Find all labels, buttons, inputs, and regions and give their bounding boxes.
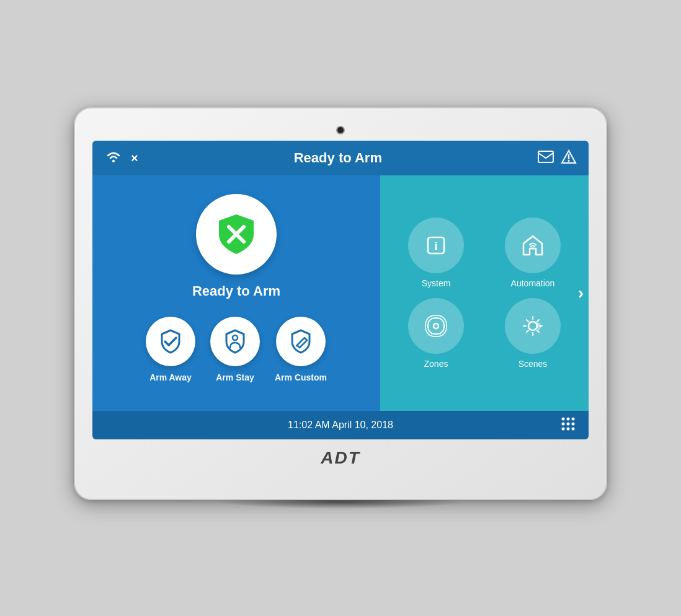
svg-point-20 xyxy=(562,417,565,420)
scenes-circle xyxy=(505,298,561,354)
svg-point-21 xyxy=(567,417,570,420)
zones-button[interactable]: Zones xyxy=(393,298,479,369)
automation-button[interactable]: Automation xyxy=(489,218,576,288)
arm-stay-icon xyxy=(221,328,249,355)
system-icon: i xyxy=(423,232,449,258)
quick-buttons-grid: i System xyxy=(386,218,582,369)
svg-point-11 xyxy=(528,322,537,330)
device-frame: × Ready to Arm xyxy=(74,107,607,500)
header-right xyxy=(538,150,576,166)
arm-away-button[interactable]: Arm Away xyxy=(146,317,195,382)
system-button[interactable]: i System xyxy=(393,218,479,288)
system-circle: i xyxy=(408,218,464,273)
svg-point-26 xyxy=(562,427,565,430)
svg-point-27 xyxy=(567,427,570,430)
svg-line-18 xyxy=(537,320,539,322)
svg-line-16 xyxy=(527,320,528,322)
footer-bar: 11:02 AM April 10, 2018 xyxy=(92,411,589,439)
status-text: Ready to Arm xyxy=(192,283,280,299)
left-panel: Ready to Arm Ar xyxy=(92,175,380,411)
next-page-chevron[interactable]: › xyxy=(578,283,584,303)
arm-away-icon xyxy=(157,328,184,355)
arm-stay-label: Arm Stay xyxy=(216,372,254,382)
arm-custom-button[interactable]: Arm Custom xyxy=(275,317,327,382)
svg-line-19 xyxy=(527,330,528,332)
scenes-label: Scenes xyxy=(519,359,548,369)
shield-status-icon xyxy=(211,209,261,259)
close-icon[interactable]: × xyxy=(131,151,138,165)
automation-circle xyxy=(505,218,561,273)
device-wrapper: × Ready to Arm xyxy=(74,107,607,509)
arm-stay-circle xyxy=(210,317,260,366)
scenes-icon xyxy=(519,312,547,340)
footer-datetime: 11:02 AM April 10, 2018 xyxy=(288,420,393,431)
svg-point-23 xyxy=(562,422,565,425)
system-label: System xyxy=(422,278,451,288)
header-bar: × Ready to Arm xyxy=(92,141,589,175)
svg-point-9 xyxy=(532,248,534,250)
screen: × Ready to Arm xyxy=(92,141,589,439)
warning-icon[interactable] xyxy=(561,150,576,166)
automation-icon xyxy=(519,231,547,260)
grid-menu-icon[interactable] xyxy=(560,416,576,435)
arm-buttons: Arm Away xyxy=(146,317,327,382)
svg-point-0 xyxy=(112,160,115,162)
zones-circle xyxy=(408,298,464,354)
svg-point-6 xyxy=(233,335,238,340)
camera xyxy=(337,127,344,133)
svg-point-25 xyxy=(572,422,575,425)
arm-custom-circle xyxy=(276,317,326,366)
arm-away-circle xyxy=(146,317,195,366)
arm-away-label: Arm Away xyxy=(149,372,192,382)
arm-custom-icon xyxy=(287,328,314,355)
main-content: Ready to Arm Ar xyxy=(92,175,589,411)
right-panel: i System xyxy=(380,175,589,411)
svg-point-22 xyxy=(572,417,575,420)
svg-point-24 xyxy=(567,422,570,425)
arm-custom-label: Arm Custom xyxy=(275,372,327,382)
automation-label: Automation xyxy=(511,278,555,288)
header-left: × xyxy=(105,149,138,167)
zones-icon xyxy=(422,312,450,340)
svg-text:i: i xyxy=(434,240,437,252)
mail-icon[interactable] xyxy=(538,151,554,165)
adt-logo: ADT xyxy=(92,448,589,468)
svg-point-3 xyxy=(568,160,570,162)
arm-stay-button[interactable]: Arm Stay xyxy=(210,317,260,382)
zones-label: Zones xyxy=(424,359,448,369)
scenes-button[interactable]: Scenes xyxy=(489,298,576,369)
header-title: Ready to Arm xyxy=(138,150,538,166)
wifi-icon[interactable] xyxy=(105,149,122,167)
svg-rect-1 xyxy=(538,151,553,162)
svg-point-28 xyxy=(572,427,575,430)
status-circle xyxy=(196,194,277,275)
svg-point-10 xyxy=(434,323,438,328)
